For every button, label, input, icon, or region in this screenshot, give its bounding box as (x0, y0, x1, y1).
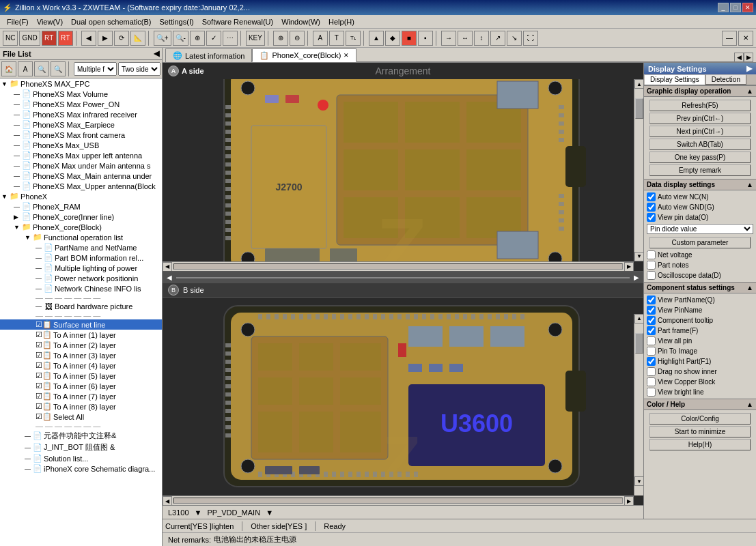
tb-text-t2[interactable]: T₁ (346, 31, 361, 46)
switch-ab-btn[interactable]: Switch AB(Tab) (649, 139, 751, 150)
tab-close-btn[interactable]: ✕ (344, 52, 349, 59)
sidebar-collapse-icon[interactable]: ◀ (154, 49, 159, 58)
board-b-scrollbar-v[interactable]: ▲ ▼ (634, 314, 643, 496)
tb-zoom-out[interactable]: 🔍- (173, 31, 188, 46)
view-all-pin-checkbox[interactable] (647, 336, 656, 345)
schematic-section-title[interactable]: Component status settings ▲ (644, 283, 756, 293)
tb-nc[interactable]: NC (3, 31, 18, 46)
empty-remark-btn[interactable]: Empty remark (649, 164, 751, 176)
highlight-part-checkbox[interactable] (647, 357, 656, 366)
scroll-left-btn[interactable]: ◀ (163, 262, 172, 272)
tree-item-inner6[interactable]: ☑ 📋 To A inner (6) layer (0, 381, 162, 391)
tree-item-usb[interactable]: — 📄 PhoneXs Max_USB (0, 140, 162, 150)
tree-item-inner5[interactable]: ☑ 📋 To A inner (5) layer (0, 371, 162, 381)
nav-arrow-left[interactable]: ◀ (164, 274, 175, 281)
pin-to-image-checkbox[interactable] (647, 347, 656, 356)
data-section-title[interactable]: Data display settings ▲ (644, 179, 756, 190)
board-b-scrollbar-h[interactable]: ◀ ▶ (163, 495, 634, 505)
tree-item-upper-ant[interactable]: — 📄 PhoneXs Max upper left antenna (0, 150, 162, 160)
scroll-left-b-btn[interactable]: ◀ (163, 496, 172, 505)
scroll-up-btn[interactable]: ▲ (634, 79, 643, 89)
tree-item-inner7[interactable]: ☑ 📋 To A inner (7) layer (0, 391, 162, 401)
sidebar-home-btn[interactable]: 🏠 (1, 61, 16, 76)
tb-resize3[interactable]: ↗ (490, 31, 505, 46)
scroll-down-b-btn[interactable]: ▼ (634, 476, 643, 486)
view-pin-checkbox[interactable] (647, 213, 656, 222)
tb-right2[interactable]: ✕ (738, 31, 753, 46)
tree-item-power[interactable]: — 📄 PhoneXS Max Power_ON (0, 99, 162, 109)
prev-pin-btn[interactable]: Prev pin(Ctrl←) (649, 113, 751, 124)
graphic-section-title[interactable]: Graphic display operation ▲ (644, 86, 756, 97)
tb-small-sq[interactable]: ▪ (418, 31, 433, 46)
tree-item-inner3[interactable]: ☑ 📋 To A inner (3) layer (0, 350, 162, 360)
tab-arrow-right[interactable]: ▶ (744, 53, 753, 62)
tree-item-frontcam[interactable]: — 📄 PhoneXS Max front camera (0, 130, 162, 140)
next-pin-btn[interactable]: Next pin(Ctrl→) (649, 126, 751, 137)
tree-item-inner2[interactable]: ☑ 📋 To A inner (2) layer (0, 340, 162, 350)
sidebar-search2-btn[interactable]: 🔍 (51, 61, 66, 76)
scroll-thumb[interactable] (635, 98, 643, 119)
maximize-button[interactable]: □ (730, 3, 741, 12)
tree-item-bom[interactable]: — 📄 Part BOM information rel... (0, 253, 162, 263)
tree-item-inner4[interactable]: ☑ 📋 To A inner (4) layer (0, 360, 162, 371)
color-section-title[interactable]: Color / Help ▲ (644, 399, 756, 410)
tab-detection[interactable]: Detection (705, 74, 746, 85)
tree-item-ir[interactable]: — 📄 PhoneXS Max infrared receiver (0, 109, 162, 119)
menu-window[interactable]: Window(W) (277, 16, 324, 27)
auto-gnd-checkbox[interactable] (647, 203, 656, 212)
osc-data-checkbox[interactable] (647, 271, 656, 280)
drag-no-show-checkbox[interactable] (647, 367, 656, 376)
tree-item-iphonex-schematic[interactable]: — 📄 iPhoneX core Schematic diagra... (0, 463, 162, 474)
tree-item-select-all[interactable]: ☑ 📋 Select All (0, 412, 162, 422)
net-voltage-checkbox[interactable] (647, 250, 656, 259)
tree-item-functional-op[interactable]: ▼ 📁 Functional operation list (0, 232, 162, 242)
tb-diamond[interactable]: ◆ (385, 31, 400, 46)
tree-item-partname[interactable]: — 📄 PartName and NetName (0, 242, 162, 253)
tree-item-volume[interactable]: — 📄 PhoneXS Max Volume (0, 89, 162, 99)
menu-renewal[interactable]: Software Renewal(U) (198, 16, 278, 27)
tb-arrow-up[interactable]: ▲ (369, 31, 384, 46)
tb-forward[interactable]: ▶ (98, 31, 113, 46)
menu-view[interactable]: View(V) (33, 16, 67, 27)
tree-item-cn-annot[interactable]: — 📄 元器件功能中文注释& (0, 430, 162, 442)
view-pinname-checkbox[interactable] (647, 306, 656, 315)
tb-more[interactable]: ⋯ (223, 31, 238, 46)
tb-rt2[interactable]: RT (58, 31, 73, 46)
color-config-btn[interactable]: Color/Config (649, 413, 751, 425)
tab-arrow-left[interactable]: ◀ (734, 53, 744, 62)
tb-rt[interactable]: RT (42, 31, 57, 46)
panel-collapse-icon[interactable]: ▶ (746, 64, 752, 73)
pin-diode-select[interactable]: Pin diode value (647, 224, 753, 234)
sidebar-a-btn[interactable]: A (18, 61, 33, 76)
tb-right1[interactable]: — (722, 31, 737, 46)
view-bright-checkbox[interactable] (647, 388, 656, 397)
tab-phonex-block[interactable]: 📋 PhoneX_core(Block) ✕ (252, 48, 356, 62)
tree-item-inner1[interactable]: ☑ 📋 To A inner (1) layer (0, 330, 162, 340)
board-a-scrollbar-v[interactable]: ▲ ▼ (634, 79, 643, 261)
scroll-track-h[interactable] (173, 263, 623, 270)
tb-resize2[interactable]: ↕ (474, 31, 489, 46)
part-frame-checkbox[interactable] (647, 326, 656, 335)
tree-item-solution[interactable]: — 📄 Solution list... (0, 453, 162, 463)
tb-plus[interactable]: ⊕ (273, 31, 288, 46)
tab-display-settings[interactable]: Display Settings (644, 74, 705, 85)
tree-item-phonex[interactable]: ▼ 📁 PhoneX (0, 191, 162, 201)
sidebar-search1-btn[interactable]: 🔍 (34, 61, 49, 76)
tb-check[interactable]: ✓ (206, 31, 221, 46)
nav-arrow-right[interactable]: ▶ (631, 274, 642, 281)
sidebar-mode-select[interactable]: Multiple f (74, 62, 117, 76)
minimize-button[interactable]: _ (718, 3, 729, 12)
tree-item-phonex-core-block[interactable]: ▼ 📁 PhoneX_core(Block) (0, 222, 162, 232)
tb-measure[interactable]: 📐 (130, 31, 145, 46)
tb-resize4[interactable]: ↘ (507, 31, 522, 46)
tree-item-phonex-core-inner[interactable]: ▶ 📄 PhoneX_core(Inner line) (0, 212, 162, 222)
tb-fullscreen[interactable]: ⛶ (523, 31, 538, 46)
menu-dual-open[interactable]: Dual open schematic(B) (67, 16, 155, 27)
close-button[interactable]: ✕ (742, 3, 753, 12)
tree-item-inner8[interactable]: ☑ 📋 To A inner (8) layer (0, 401, 162, 412)
board-a-scrollbar-h[interactable]: ◀ ▶ (163, 261, 634, 271)
tb-zoom-fit[interactable]: ⊕ (190, 31, 205, 46)
tree-item-multi-light[interactable]: — 📄 Multiple lighting of power (0, 263, 162, 273)
scroll-right-btn[interactable]: ▶ (624, 262, 634, 272)
tree-item-upper-block[interactable]: — 📄 PhoneXS Max_Upper antenna(Block (0, 181, 162, 191)
